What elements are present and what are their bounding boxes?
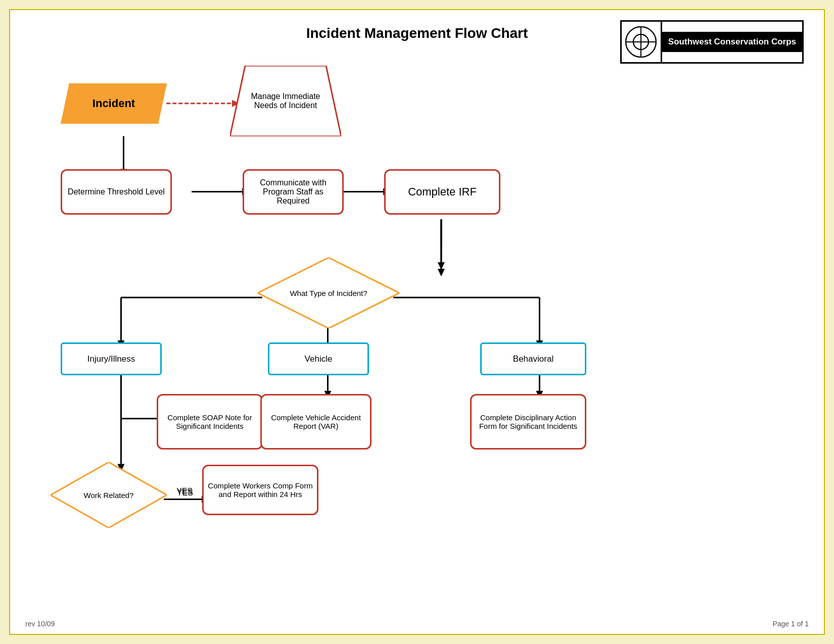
complete-soap-box: Complete SOAP Note for Significant Incid… <box>157 394 263 450</box>
vehicle-box: Vehicle <box>268 342 369 375</box>
complete-daf-box: Complete Disciplinary Action Form for Si… <box>470 394 586 450</box>
footer-right: Page 1 of 1 <box>772 620 809 628</box>
injury-illness-box: Injury/Illness <box>61 342 162 375</box>
incident-label: Incident <box>92 97 135 110</box>
complete-daf-text: Complete Disciplinary Action Form for Si… <box>476 413 581 430</box>
behavioral-box: Behavioral <box>480 342 586 375</box>
page: Incident Management Flow Chart <box>9 9 825 635</box>
logo: Southwest Conservation Corps <box>620 20 804 64</box>
complete-var-box: Complete Vehicle Accident Report (VAR) <box>260 394 372 450</box>
communicate-box: Communicate with Program Staff as Requir… <box>243 169 344 215</box>
determine-threshold-box: Determine Threshold Level <box>61 169 172 215</box>
complete-irf-text: Complete IRF <box>408 185 477 199</box>
behavioral-text: Behavioral <box>513 354 553 364</box>
work-related-diamond: Work Related? <box>51 462 167 528</box>
yes-label: YES <box>177 488 193 498</box>
vehicle-text: Vehicle <box>305 354 333 364</box>
injury-illness-text: Injury/Illness <box>87 354 135 364</box>
work-related-text: Work Related? <box>79 486 139 505</box>
complete-workers-box: Complete Workers Comp Form and Report wi… <box>202 465 318 515</box>
logo-symbol <box>622 22 662 62</box>
svg-marker-16 <box>438 269 445 276</box>
complete-workers-text: Complete Workers Comp Form and Report wi… <box>208 481 313 499</box>
complete-var-text: Complete Vehicle Accident Report (VAR) <box>266 413 366 430</box>
footer-left: rev 10/09 <box>25 620 55 628</box>
complete-irf-box: Complete IRF <box>384 169 500 215</box>
communicate-text: Communicate with Program Staff as Requir… <box>248 178 338 206</box>
determine-threshold-text: Determine Threshold Level <box>68 187 165 196</box>
manage-immediate-text: Manage Immediate Needs of Incident <box>230 66 341 136</box>
incident-box: Incident <box>61 83 167 124</box>
svg-marker-14 <box>438 262 445 270</box>
what-type-text: What Type of Incident? <box>285 284 372 303</box>
what-type-diamond: What Type of Incident? <box>258 258 399 328</box>
complete-soap-text: Complete SOAP Note for Significant Incid… <box>162 413 257 430</box>
logo-text: Southwest Conservation Corps <box>662 32 802 52</box>
manage-immediate-box: Manage Immediate Needs of Incident <box>230 66 341 136</box>
